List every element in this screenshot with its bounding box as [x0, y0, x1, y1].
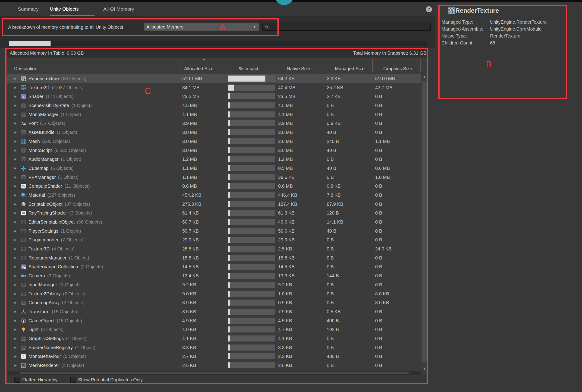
table-row[interactable]: ▶CsComputeShader(21 Objects)0.6 MB0.6 MB… — [7, 182, 421, 191]
expand-arrow-icon[interactable]: ▶ — [14, 343, 16, 352]
native-size-value: 4.7 KB — [278, 325, 292, 334]
expand-arrow-icon[interactable]: ▶ — [14, 334, 16, 343]
horizontal-scrollbar[interactable] — [7, 372, 421, 374]
table-row[interactable]: ▶InputManager(1 Object)9.2 KB9.2 KB0 B0 … — [7, 280, 421, 289]
tab-summary[interactable]: Summary — [18, 2, 39, 16]
table-row[interactable]: ▶GraphicsSettings(1 Object)4.1 KB4.1 KB0… — [7, 334, 421, 343]
column-header-allocated-size[interactable]: Allocated Size — [184, 64, 213, 73]
panel-divider[interactable] — [435, 2, 435, 392]
expand-arrow-icon[interactable]: ▶ — [14, 325, 16, 334]
table-row[interactable]: ▶VFXManager(1 Object)1.1 MB38.6 KB0 B1.0… — [7, 173, 421, 182]
column-divider[interactable] — [276, 59, 276, 72]
expand-arrow-icon[interactable]: ▶ — [14, 128, 16, 137]
expand-arrow-icon[interactable]: ▶ — [14, 92, 16, 101]
table-row[interactable]: ▶Transform(15 Objects)8.5 KB7.9 KB0.5 KB… — [7, 307, 421, 316]
column-header-native-size[interactable]: Native Size — [287, 64, 310, 73]
expand-arrow-icon[interactable]: ▶ — [14, 182, 16, 191]
table-row[interactable]: ▶SceneVisibilityState(1 Object)4.5 MB4.5… — [7, 101, 421, 110]
expand-arrow-icon[interactable]: ▶ — [14, 83, 16, 92]
table-row[interactable]: ▶CubemapArray(2 Objects)8.9 KB0.9 KB0 B8… — [7, 298, 421, 307]
flatten-hierarchy-checkbox[interactable] — [14, 377, 20, 383]
column-header-description[interactable]: Description — [14, 64, 37, 73]
expand-arrow-icon[interactable]: ▶ — [14, 298, 16, 307]
expand-arrow-icon[interactable]: ▶ — [14, 361, 16, 370]
tab-unity-objects[interactable]: Unity Objects — [50, 2, 79, 16]
table-row[interactable]: ▶Camera(3 Objects)13.4 KB13.3 KB144 B0 B — [7, 271, 421, 280]
table-row[interactable]: ▶Texture2DArray(2 Objects)9.0 KB1.0 KB0 … — [7, 289, 421, 298]
column-header-graphics-size[interactable]: Graphics Size — [383, 64, 412, 73]
vertical-scrollbar-thumb[interactable] — [422, 81, 427, 362]
expand-arrow-icon[interactable]: ▶ — [14, 289, 16, 298]
expand-arrow-icon[interactable]: ▶ — [14, 280, 16, 289]
table-row[interactable]: ▶Light(4 Objects)4.9 KB4.7 KB192 B0 B — [7, 325, 421, 334]
column-divider[interactable] — [372, 59, 373, 72]
row-description: PlayerSettings(1 Object) — [28, 226, 81, 236]
expand-arrow-icon[interactable]: ▶ — [14, 352, 16, 361]
expand-arrow-icon[interactable]: ▶ — [14, 236, 16, 244]
column-divider[interactable] — [180, 59, 180, 72]
table-row[interactable]: ▶{ScriptableObject(37 Objects)275.3 KB18… — [7, 200, 421, 209]
column-header-managed-size[interactable]: Managed Size — [335, 64, 365, 73]
expand-arrow-icon[interactable]: ▶ — [14, 137, 16, 146]
expand-arrow-icon[interactable]: ▶ — [14, 74, 16, 83]
column-divider[interactable] — [420, 59, 421, 72]
object-count: (1 Object) — [61, 156, 81, 162]
table-row[interactable]: ▶EditorScriptableObject(66 Objects)60.7 … — [7, 218, 421, 226]
table-row[interactable]: ▶#MonoBehaviour(5 Objects)2.7 KB2.3 KB48… — [7, 352, 421, 361]
expand-arrow-icon[interactable]: ▶ — [14, 244, 16, 254]
table-row[interactable]: ▶Cubemap(5 Objects)1.1 MB0.5 MB40 B0.6 M… — [7, 164, 421, 173]
help-icon[interactable]: ? — [426, 6, 432, 12]
table-row[interactable]: ▶MonoManager(1 Object)4.1 MB4.1 MB0 B0 B — [7, 110, 421, 119]
table-row[interactable]: ▶PlayerSettings(1 Object)59.7 KB59.6 KB4… — [7, 226, 421, 236]
table-row[interactable]: ▶MonoScript(6,535 Objects)3.0 MB3.0 MB40… — [7, 146, 421, 155]
detail-field: Native Type: RenderTexture — [441, 32, 576, 40]
scroll-down-icon[interactable]: ▼ — [421, 367, 428, 370]
table-row[interactable]: ▶MeshRenderer(4 Objects)2.6 KB2.6 KB0 B0… — [7, 361, 421, 370]
expand-arrow-icon[interactable]: ▶ — [14, 316, 16, 325]
allocated-size-value: 2.6 KB — [182, 361, 196, 370]
table-row[interactable]: ▶RenderTexture(68 Objects)510.1 MB64.2 K… — [7, 74, 421, 83]
column-divider[interactable] — [228, 59, 228, 72]
row-description: ScriptableObject(37 Objects) — [28, 200, 90, 209]
scroll-up-icon[interactable]: ▲ — [421, 75, 428, 78]
expand-arrow-icon[interactable]: ▶ — [14, 110, 16, 119]
horizontal-scrollbar-thumb[interactable] — [20, 372, 409, 374]
expand-arrow-icon[interactable]: ▶ — [14, 271, 16, 280]
expand-arrow-icon[interactable]: ▶ — [14, 254, 16, 262]
show-duplicates-checkbox[interactable] — [70, 377, 76, 383]
expand-arrow-icon[interactable]: ▶ — [14, 146, 16, 155]
expand-arrow-icon[interactable]: ▶ — [14, 200, 16, 209]
table-row[interactable]: ▶SShader(174 Objects)23.5 MB23.5 MB2.7 K… — [7, 92, 421, 101]
memory-mode-dropdown[interactable]: Allocated Memory ▼ — [144, 23, 259, 31]
table-row[interactable]: ▶AaFont(17 Objects)3.9 MB3.9 MB0.8 KB0 B — [7, 119, 421, 128]
table-row[interactable]: ▶Material(227 Objects)454.2 KB446.4 KB7.… — [7, 191, 421, 200]
table-row[interactable]: ▶AudioManager(1 Object)1.2 MB1.2 MB0 B0 … — [7, 155, 421, 164]
expand-arrow-icon[interactable]: ▶ — [14, 226, 16, 236]
table-row[interactable]: ▶AssetBundle(1 Object)3.0 MB3.0 MB40 B0 … — [7, 128, 421, 137]
expand-arrow-icon[interactable]: ▶ — [14, 119, 16, 128]
table-row[interactable]: ▶ShaderNameRegistry(1 Object)3.3 KB3.3 K… — [7, 343, 421, 352]
expand-arrow-icon[interactable]: ▶ — [14, 262, 16, 271]
expand-arrow-icon[interactable]: ▶ — [14, 101, 16, 110]
column-header-impact[interactable]: % Impact — [239, 64, 258, 73]
search-input[interactable] — [271, 24, 428, 30]
expand-arrow-icon[interactable]: ▶ — [14, 218, 16, 226]
table-row[interactable]: ▶GameObject(15 Objects)4.9 KB4.5 KB400 B… — [7, 316, 421, 325]
show-duplicates-label[interactable]: Show Potential Duplicates Only — [78, 375, 143, 384]
vertical-scrollbar[interactable]: ▲ ▼ — [421, 74, 427, 372]
table-row[interactable]: ▶RtRayTracingShader(3 Objects)61.4 KB61.… — [7, 208, 421, 218]
expand-arrow-icon[interactable]: ▶ — [14, 164, 16, 173]
expand-arrow-icon[interactable]: ▶ — [14, 191, 16, 200]
expand-arrow-icon[interactable]: ▶ — [14, 208, 16, 218]
table-row[interactable]: ▶PluginImporter(7 Objects)29.9 KB29.9 KB… — [7, 236, 421, 244]
flatten-hierarchy-label[interactable]: Flatten Hierarchy — [22, 375, 57, 384]
tab-all-of-memory[interactable]: All Of Memory — [103, 2, 134, 16]
table-row[interactable]: ▶Texture3D(4 Objects)26.5 KB2.5 KB0 B24.… — [7, 244, 421, 254]
table-row[interactable]: ▶Texture2D(1,087 Objects)84.1 MB40.4 MB2… — [7, 83, 421, 92]
expand-arrow-icon[interactable]: ▶ — [14, 173, 16, 182]
table-row[interactable]: ▶Mesh(695 Objects)3.0 MB2.0 MB240 B1.1 M… — [7, 137, 421, 146]
table-row[interactable]: ▶ResourceManager(1 Object)15.8 KB15.8 KB… — [7, 254, 421, 262]
expand-arrow-icon[interactable]: ▶ — [14, 155, 16, 164]
table-row[interactable]: ▶SShaderVariantCollection(2 Objects)14.5… — [7, 262, 421, 271]
expand-arrow-icon[interactable]: ▶ — [14, 307, 16, 316]
